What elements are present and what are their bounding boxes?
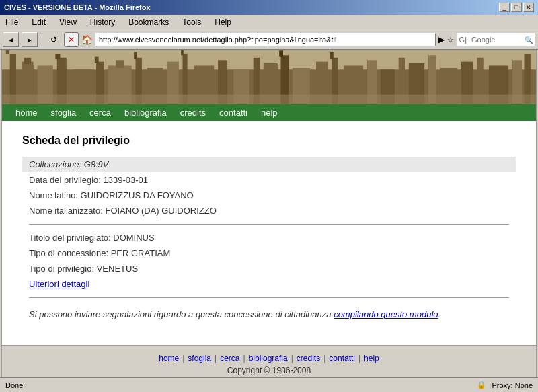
tipo-concessione-label: Tipo di concessione: [29, 248, 108, 258]
nome-latino-label: Nome latino: [29, 190, 78, 200]
nav-contatti[interactable]: contatti [219, 108, 247, 118]
nav-cerca[interactable]: cerca [89, 108, 111, 118]
data-label: Data del privilegio: [29, 175, 101, 185]
nome-latino-field: Nome latino: GUIDORIZZUS DA FOYANO [22, 188, 516, 203]
svg-rect-8 [55, 54, 60, 59]
ulteriori-link[interactable]: Ulteriori dettagli [29, 279, 89, 289]
nav-help[interactable]: help [261, 108, 278, 118]
nav-home[interactable]: home [15, 108, 38, 118]
main-content: Scheda del privilegio Collocazione: G8:9… [2, 121, 536, 345]
svg-rect-43 [2, 95, 536, 104]
search-button[interactable]: 🔍 [523, 34, 535, 46]
data-value: 1339-03-01 [104, 175, 149, 185]
nav-sfoglia[interactable]: sfoglia [51, 108, 77, 118]
footer-sep-1: | [182, 354, 184, 363]
status-bar: Done 🔒 Proxy: None [0, 377, 538, 392]
menu-tools[interactable]: Tools [180, 16, 204, 28]
footer-sep-2: | [215, 354, 217, 363]
menu-bookmarks[interactable]: Bookmarks [126, 16, 171, 28]
menu-view[interactable]: View [56, 16, 79, 28]
nome-latino-value: GUIDORIZZUS DA FOYANO [81, 190, 194, 200]
svg-rect-26 [279, 50, 283, 56]
status-text: Done [5, 381, 23, 389]
svg-rect-19 [181, 50, 184, 55]
footer-sep-6: | [358, 354, 360, 363]
footer-links: home | sfoglia | cerca | bibliografia | … [10, 354, 528, 363]
notice-content: Si possono inviare segnalazioni riguardo… [29, 309, 334, 319]
proxy-label: Proxy: None [492, 381, 533, 389]
site-header [2, 50, 536, 104]
footer-cerca[interactable]: cerca [220, 354, 239, 363]
window-controls: _ □ ✕ [499, 3, 534, 12]
svg-rect-11 [95, 57, 99, 63]
footer-sep-5: | [323, 354, 325, 363]
nome-ital-field: Nome italianizzato: FOIANO (DA) GUIDORIZ… [22, 203, 516, 219]
back-button[interactable]: ◄ [3, 32, 19, 47]
svg-rect-30 [330, 52, 334, 60]
title-bar: CIVES - VERSIONE BETA - Mozilla Firefox … [0, 0, 538, 15]
go-icon[interactable]: ▶ [438, 35, 445, 44]
footer-sep-4: | [291, 354, 293, 363]
menu-edit[interactable]: Edit [29, 16, 48, 28]
separator-1 [29, 224, 509, 225]
menu-file[interactable]: File [3, 16, 21, 28]
search-engine-label: G| [457, 36, 469, 44]
window-title: CIVES - VERSIONE BETA - Mozilla Firefox [4, 3, 151, 11]
browser-window: CIVES - VERSIONE BETA - Mozilla Firefox … [0, 0, 538, 392]
footer-bibliografia[interactable]: bibliografia [249, 354, 288, 363]
notice-end: . [438, 309, 441, 319]
svg-rect-13 [116, 60, 124, 68]
menu-help[interactable]: Help [212, 16, 234, 28]
tipo-concessione-field: Tipo di concessione: PER GRATIAM [22, 245, 516, 261]
ulteriori-field: Ulteriori dettagli [22, 276, 516, 292]
separator-2 [29, 297, 509, 298]
menu-bar: File Edit View History Bookmarks Tools H… [0, 15, 538, 30]
search-input[interactable] [469, 36, 523, 44]
footer-copyright: Copyright © 1986-2008 [10, 366, 528, 375]
titolo-value: DOMINUS [113, 233, 154, 243]
titolo-field: Titolo del privilegiato: DOMINUS [22, 230, 516, 245]
collocazione-field: Collocazione: G8:9V [22, 157, 516, 172]
footer-help[interactable]: help [364, 354, 379, 363]
page-title: Scheda del privilegio [22, 134, 516, 147]
svg-rect-15 [134, 52, 137, 60]
home-button[interactable]: 🏠 [81, 34, 93, 45]
titolo-label: Titolo del privilegiato: [29, 233, 111, 243]
svg-rect-3 [6, 50, 9, 54]
nav-bar: home sfoglia cerca bibliografia credits … [2, 104, 536, 121]
tipo-privilegio-field: Tipo di privilegio: VENETUS [22, 261, 516, 276]
data-field: Data del privilegio: 1339-03-01 [22, 172, 516, 188]
svg-rect-5 [24, 58, 32, 64]
proxy-icon: 🔒 [477, 381, 486, 389]
tipo-concessione-value: PER GRATIAM [111, 248, 171, 258]
nav-bibliografia[interactable]: bibliografia [124, 108, 167, 118]
address-bar[interactable] [95, 33, 436, 46]
close-button[interactable]: ✕ [523, 3, 534, 12]
bookmark-star[interactable]: ☆ [447, 36, 454, 44]
toolbar-separator [42, 33, 42, 46]
status-right: 🔒 Proxy: None [477, 381, 533, 389]
menu-history[interactable]: History [87, 16, 118, 28]
notice-link[interactable]: compilando questo modulo [334, 309, 438, 319]
refresh-button[interactable]: ↺ [46, 32, 61, 47]
notice-text: Si possono inviare segnalazioni riguardo… [29, 308, 509, 321]
header-cityscape [2, 50, 536, 104]
footer-sfoglia[interactable]: sfoglia [188, 354, 211, 363]
minimize-button[interactable]: _ [499, 3, 510, 12]
nome-ital-label: Nome italianizzato: [29, 206, 103, 216]
footer-home[interactable]: home [159, 354, 179, 363]
maximize-button[interactable]: □ [511, 3, 522, 12]
tipo-privilegio-label: Tipo di privilegio: [29, 264, 94, 274]
toolbar: ◄ ► ↺ ✕ 🏠 ▶ ☆ G| 🔍 [0, 30, 538, 50]
search-bar: G| 🔍 [457, 33, 535, 46]
nav-credits[interactable]: credits [180, 108, 206, 118]
page-container: home sfoglia cerca bibliografia credits … [1, 50, 537, 384]
footer-contatti[interactable]: contatti [329, 354, 355, 363]
footer-sep-3: | [243, 354, 245, 363]
footer-credits[interactable]: credits [297, 354, 320, 363]
forward-button[interactable]: ► [22, 32, 38, 47]
nome-ital-value: FOIANO (DA) GUIDORIZZO [105, 206, 216, 216]
stop-button[interactable]: ✕ [64, 32, 79, 47]
tipo-privilegio-value: VENETUS [97, 264, 138, 274]
